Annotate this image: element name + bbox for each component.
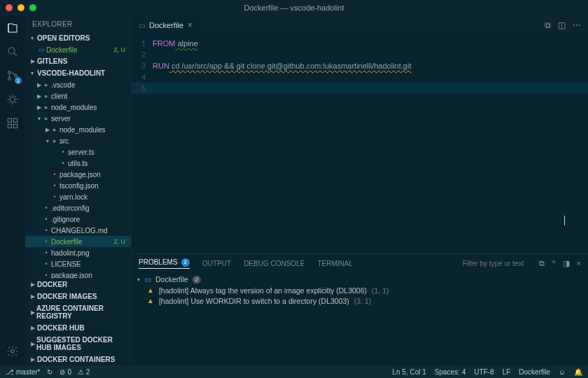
error-icon: ⊘ — [59, 368, 65, 376]
scm-tab-icon[interactable]: 1 — [6, 69, 20, 83]
problem-item[interactable]: ▲ [hadolint] Use WORKDIR to switch to a … — [137, 295, 582, 306]
tab-dockerfile[interactable]: ▭ Dockerfile × — [132, 15, 200, 35]
tree-file[interactable]: ▶•package.json — [25, 270, 131, 279]
tab-actions: ⧉ ◫ ⋯ — [545, 15, 588, 35]
editor-tabs: ▭ Dockerfile × ⧉ ◫ ⋯ — [132, 15, 588, 35]
docker-icon: ▭ — [139, 22, 145, 29]
maximize-window-button[interactable] — [29, 4, 36, 11]
status-eol[interactable]: LF — [503, 368, 511, 376]
code-editor[interactable]: 1FROM alpine 2 3RUN cd /usr/src/app && g… — [132, 35, 588, 253]
sidebar-title: EXPLORER — [25, 15, 131, 32]
svg-rect-8 — [14, 125, 18, 128]
title-bar: Dockerfile — vscode-hadolint — [0, 0, 588, 15]
svg-point-2 — [8, 78, 11, 80]
svg-point-9 — [11, 350, 15, 354]
section-open-editors[interactable]: ▾OPEN EDITORS — [25, 32, 131, 44]
tree-folder[interactable]: ▶▸client — [25, 90, 131, 102]
status-branch[interactable]: ⎇master* — [6, 368, 40, 376]
window-title: Dockerfile — vscode-hadolint — [244, 4, 344, 12]
problems-list: ▾▭ Dockerfile2 ▲ [hadolint] Always tag t… — [132, 272, 588, 307]
panel-tab-terminal[interactable]: TERMINAL — [317, 260, 353, 267]
section-project[interactable]: ▾VSCODE-HADOLINT — [25, 67, 131, 79]
svg-rect-7 — [8, 125, 11, 128]
file-tree: ▶▸.vscode▶▸client▶▸node_modules▾▸server▶… — [25, 79, 131, 279]
tree-file[interactable]: ▶•Dockerfile2, U — [25, 236, 131, 247]
section-acr[interactable]: ▶AZURE CONTAINER REGISTRY — [25, 302, 131, 322]
tree-folder[interactable]: ▾▸server — [25, 113, 131, 124]
activity-bar: 1 — [0, 15, 25, 365]
status-encoding[interactable]: UTF-8 — [474, 368, 493, 376]
extensions-tab-icon[interactable] — [6, 116, 20, 130]
warning-icon: ▲ — [147, 297, 154, 304]
status-lncol[interactable]: Ln 5, Col 1 — [392, 368, 426, 376]
section-suggested[interactable]: ▶SUGGESTED DOCKER HUB IMAGES — [25, 334, 131, 354]
status-spaces[interactable]: Spaces: 4 — [435, 368, 465, 376]
tree-file[interactable]: ▶•.editorconfig — [25, 202, 131, 214]
panel-tab-problems[interactable]: PROBLEMS2 — [139, 258, 190, 269]
section-docker[interactable]: ▶DOCKER — [25, 279, 131, 290]
status-sync[interactable]: ↻ — [47, 368, 52, 376]
tree-file[interactable]: ▶•server.ts — [25, 146, 131, 158]
svg-point-4 — [10, 97, 15, 102]
editor-area: ▭ Dockerfile × ⧉ ◫ ⋯ 1FROM alpine 2 3RUN… — [132, 15, 588, 365]
tree-file[interactable]: ▶•CHANGELOG.md — [25, 225, 131, 236]
panel-tab-debug[interactable]: DEBUG CONSOLE — [244, 260, 304, 267]
close-panel-icon[interactable]: × — [577, 259, 581, 267]
search-tab-icon[interactable] — [6, 45, 20, 59]
tree-file[interactable]: ▶•utils.ts — [25, 158, 131, 169]
split-preview-icon[interactable]: ⧉ — [545, 20, 551, 30]
collapse-all-icon[interactable]: ⧉ — [539, 259, 545, 268]
tree-file[interactable]: ▶•hadolint.png — [25, 247, 131, 258]
panel-tabs: PROBLEMS2 OUTPUT DEBUG CONSOLE TERMINAL … — [132, 254, 588, 272]
tree-file[interactable]: ▶•package.json — [25, 169, 131, 180]
tree-file[interactable]: ▶•.gitignore — [25, 214, 131, 225]
svg-point-0 — [8, 48, 15, 54]
more-actions-icon[interactable]: ⋯ — [573, 20, 581, 30]
close-window-button[interactable] — [6, 4, 13, 11]
split-editor-icon[interactable]: ◫ — [558, 20, 566, 30]
window-controls — [6, 4, 36, 11]
bottom-panel: PROBLEMS2 OUTPUT DEBUG CONSOLE TERMINAL … — [132, 253, 588, 365]
explorer-tab-icon[interactable] — [6, 21, 20, 35]
status-problems[interactable]: ⊘0 ⚠2 — [59, 368, 90, 376]
warning-icon: ⚠ — [78, 368, 84, 376]
section-containers[interactable]: ▶DOCKER CONTAINERS — [25, 354, 131, 365]
tree-file[interactable]: ▶•yarn.lock — [25, 191, 131, 202]
scm-badge: 1 — [15, 77, 22, 84]
open-editor-item[interactable]: ▭Dockerfile2, U — [25, 44, 131, 55]
problem-item[interactable]: ▲ [hadolint] Always tag the version of a… — [137, 285, 582, 295]
debug-tab-icon[interactable] — [6, 92, 20, 106]
problems-filter-input[interactable] — [462, 260, 532, 267]
svg-rect-5 — [8, 118, 11, 122]
branch-icon: ⎇ — [6, 368, 14, 376]
close-tab-icon[interactable]: × — [188, 20, 192, 30]
settings-gear-icon[interactable] — [6, 344, 20, 358]
status-bell-icon[interactable]: 🔔 — [574, 368, 582, 376]
minimize-window-button[interactable] — [18, 4, 24, 11]
section-gitlens[interactable]: ▶GITLENS — [25, 55, 131, 67]
section-docker-hub[interactable]: ▶DOCKER HUB — [25, 322, 131, 334]
tree-file[interactable]: ▶•tsconfig.json — [25, 180, 131, 191]
status-feedback-icon[interactable]: ☺ — [559, 368, 566, 376]
svg-point-1 — [8, 71, 11, 74]
tree-folder[interactable]: ▶▸node_modules — [25, 102, 131, 113]
dock-side-icon[interactable]: ◨ — [563, 259, 570, 268]
section-docker-images[interactable]: ▶DOCKER IMAGES — [25, 290, 131, 302]
panel-tab-output[interactable]: OUTPUT — [202, 260, 231, 267]
tree-file[interactable]: ▶•LICENSE — [25, 258, 131, 270]
tree-folder[interactable]: ▾▸src — [25, 135, 131, 146]
text-cursor — [564, 216, 565, 225]
warning-icon: ▲ — [147, 286, 154, 294]
docker-icon: ▭ — [144, 275, 151, 284]
expand-panel-icon[interactable]: ^ — [552, 259, 555, 267]
status-bar: ⎇master* ↻ ⊘0 ⚠2 Ln 5, Col 1 Spaces: 4 U… — [0, 365, 588, 378]
svg-rect-6 — [14, 118, 18, 122]
tree-folder[interactable]: ▶▸.vscode — [25, 79, 131, 90]
problems-file[interactable]: ▾▭ Dockerfile2 — [137, 274, 582, 285]
status-language[interactable]: Dockerfile — [519, 368, 550, 376]
sidebar: EXPLORER ▾OPEN EDITORS ▭Dockerfile2, U ▶… — [25, 15, 132, 365]
tab-label: Dockerfile — [149, 21, 183, 29]
tree-folder[interactable]: ▶▸node_modules — [25, 124, 131, 135]
